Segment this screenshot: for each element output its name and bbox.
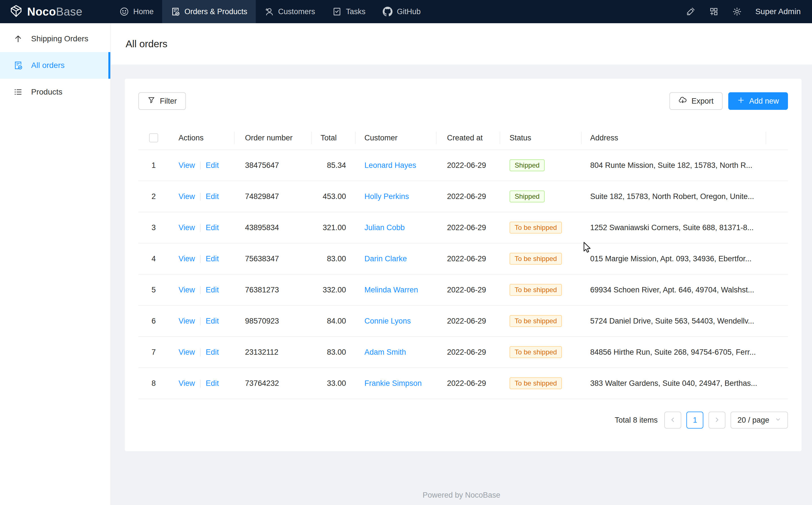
column-header-address: Address <box>581 126 766 150</box>
customer-cell: Darin Clarke <box>355 255 436 263</box>
view-link[interactable]: View <box>179 286 195 294</box>
customer-link[interactable]: Melinda Warren <box>364 286 418 294</box>
pagination-prev-button[interactable] <box>664 411 681 429</box>
action-separator <box>200 224 201 232</box>
pagination-page-1[interactable]: 1 <box>687 411 703 429</box>
status-badge: To be shipped <box>510 377 562 389</box>
export-button[interactable]: Export <box>669 92 723 110</box>
filter-funnel-icon <box>148 96 155 106</box>
row-index: 8 <box>139 379 169 388</box>
page-header: All orders <box>111 23 812 64</box>
filter-button-label: Filter <box>160 97 177 106</box>
pagination: Total 8 items 1 20 / page <box>139 411 788 429</box>
sidebar-item-shipping-orders[interactable]: Shipping Orders <box>0 25 110 52</box>
plugin-blocks-icon[interactable] <box>709 7 719 16</box>
nav-tab-orders-products[interactable]: Orders & Products <box>162 0 256 23</box>
order-number-cell: 98570923 <box>234 317 311 326</box>
row-actions: ViewEdit <box>169 161 234 170</box>
select-all-checkbox[interactable] <box>149 133 158 142</box>
settings-gear-icon[interactable] <box>732 7 742 16</box>
customer-link[interactable]: Adam Smith <box>364 348 406 356</box>
edit-link[interactable]: Edit <box>206 223 219 232</box>
row-index: 3 <box>139 223 169 232</box>
total-cell: 83.00 <box>311 255 355 263</box>
filter-button[interactable]: Filter <box>139 92 186 110</box>
action-separator <box>200 317 201 325</box>
table-row: 1 ViewEdit 38475647 85.34 Leonard Hayes … <box>139 150 788 181</box>
total-cell: 84.00 <box>311 317 355 326</box>
created-at-cell: 2022-06-29 <box>436 192 500 201</box>
orders-table-card: Filter Export <box>125 79 802 451</box>
customer-link[interactable]: Frankie Simpson <box>364 379 422 387</box>
nav-tab-label: Orders & Products <box>185 7 247 16</box>
view-link[interactable]: View <box>179 348 195 356</box>
customer-link[interactable]: Julian Cobb <box>364 223 405 232</box>
order-document-icon <box>13 60 23 70</box>
edit-link[interactable]: Edit <box>206 379 219 387</box>
status-cell: To be shipped <box>500 222 581 233</box>
status-badge: To be shipped <box>510 222 562 233</box>
customer-link[interactable]: Darin Clarke <box>364 255 407 263</box>
action-separator <box>200 193 201 201</box>
column-header-created-at: Created at <box>436 126 500 150</box>
edit-link[interactable]: Edit <box>206 255 219 263</box>
order-number-cell: 76381273 <box>234 286 311 294</box>
total-cell: 83.00 <box>311 348 355 357</box>
customer-link[interactable]: Connie Lyons <box>364 317 411 325</box>
customer-link[interactable]: Leonard Hayes <box>364 161 416 170</box>
orders-table: Actions Order number Total Customer Crea… <box>139 126 788 399</box>
nav-tab-tasks[interactable]: Tasks <box>324 0 374 23</box>
column-header-status: Status <box>500 126 581 150</box>
nav-tab-label: GitHub <box>397 7 421 16</box>
sidebar-item-all-orders[interactable]: All orders <box>0 52 110 79</box>
table-row: 2 ViewEdit 74829847 453.00 Holly Perkins… <box>139 181 788 212</box>
row-actions: ViewEdit <box>169 192 234 201</box>
edit-link[interactable]: Edit <box>206 317 219 325</box>
nav-tab-home[interactable]: Home <box>111 0 162 23</box>
action-separator <box>200 286 201 294</box>
sidebar-item-products[interactable]: Products <box>0 79 110 105</box>
edit-link[interactable]: Edit <box>206 161 219 170</box>
view-link[interactable]: View <box>179 317 195 325</box>
edit-link[interactable]: Edit <box>206 348 219 356</box>
nav-tab-github[interactable]: GitHub <box>374 0 429 23</box>
view-link[interactable]: View <box>179 255 195 263</box>
edit-link[interactable]: Edit <box>206 286 219 294</box>
column-header-customer: Customer <box>355 126 436 150</box>
nav-tab-customers[interactable]: Customers <box>256 0 324 23</box>
address-cell: 383 Walter Gardens, Suite 040, 24947, Be… <box>581 379 766 388</box>
view-link[interactable]: View <box>179 223 195 232</box>
view-link[interactable]: View <box>179 379 195 387</box>
status-badge: To be shipped <box>510 346 562 358</box>
status-cell: Shipped <box>500 190 581 202</box>
pagination-total: Total 8 items <box>615 416 658 425</box>
column-header-total: Total <box>311 126 355 150</box>
ui-editor-pen-icon[interactable] <box>686 7 696 16</box>
status-badge: Shipped <box>510 159 545 171</box>
view-link[interactable]: View <box>179 161 195 170</box>
customer-link[interactable]: Holly Perkins <box>364 192 409 201</box>
order-number-cell: 38475647 <box>234 161 311 170</box>
table-row: 3 ViewEdit 43895834 321.00 Julian Cobb 2… <box>139 212 788 243</box>
edit-link[interactable]: Edit <box>206 192 219 201</box>
action-separator <box>200 255 201 263</box>
chevron-left-icon <box>670 417 676 424</box>
view-link[interactable]: View <box>179 192 195 201</box>
user-menu[interactable]: Super Admin <box>755 7 801 16</box>
nocobase-logo[interactable]: NocoBase <box>0 0 111 23</box>
created-at-cell: 2022-06-29 <box>436 255 500 263</box>
status-cell: To be shipped <box>500 377 581 389</box>
address-cell: 84856 Hirthe Run, Suite 268, 94754-6705,… <box>581 348 766 357</box>
address-cell: 804 Runte Mission, Suite 182, 15783, Nor… <box>581 161 766 170</box>
page-size-select[interactable]: 20 / page <box>731 411 788 429</box>
status-badge: To be shipped <box>510 253 562 265</box>
add-new-button[interactable]: Add new <box>728 92 788 110</box>
page-size-value: 20 / page <box>737 416 769 425</box>
user-icon <box>264 7 274 16</box>
pagination-next-button[interactable] <box>709 411 726 429</box>
sidebar-item-label: Shipping Orders <box>31 34 88 43</box>
row-index: 7 <box>139 348 169 357</box>
toolbar-right: Export Add new <box>669 92 788 110</box>
address-cell: 69934 Schoen River, Apt. 646, 49704, Wal… <box>581 286 766 294</box>
created-at-cell: 2022-06-29 <box>436 223 500 232</box>
